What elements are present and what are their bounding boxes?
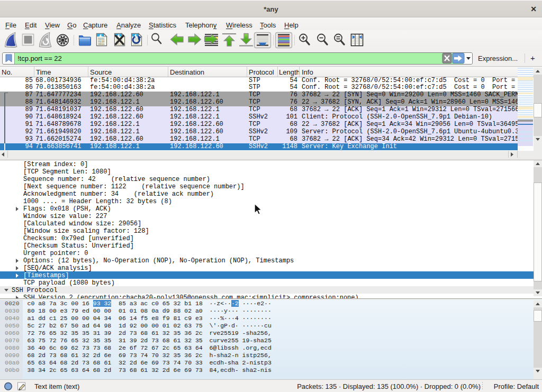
svg-text:0011: 0011: [98, 43, 105, 46]
